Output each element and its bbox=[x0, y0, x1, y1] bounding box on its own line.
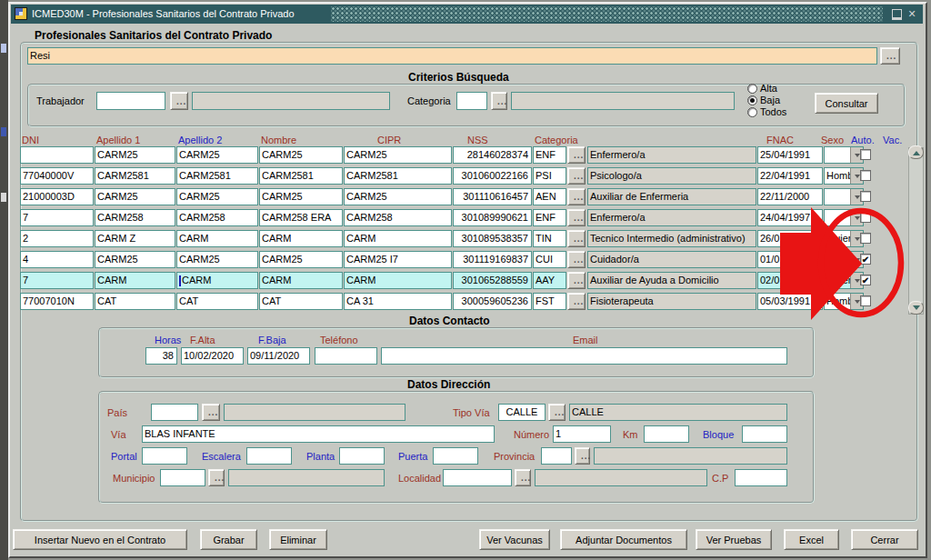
cell-cat[interactable]: CUI bbox=[533, 251, 566, 268]
cell-apellido2[interactable]: CARM25 bbox=[176, 146, 258, 164]
cell-dni[interactable]: 77007010N bbox=[20, 293, 94, 310]
email-field[interactable] bbox=[381, 347, 787, 365]
scroll-up-button[interactable] bbox=[908, 145, 924, 159]
cell-apellido1[interactable]: CARM2581 bbox=[95, 167, 175, 185]
cell-apellido2[interactable]: CARM bbox=[176, 272, 258, 289]
cell-nombre[interactable]: CARM bbox=[259, 230, 343, 247]
attach-documents-button[interactable]: Adjuntar Documentos bbox=[560, 529, 687, 550]
localidad-field[interactable] bbox=[443, 469, 512, 486]
scroll-down-button[interactable] bbox=[908, 301, 924, 315]
cell-dni[interactable]: 77040000V bbox=[20, 167, 94, 185]
view-tests-button[interactable]: Ver Pruebas bbox=[696, 529, 772, 550]
tipovia-field[interactable]: CALLE bbox=[498, 404, 546, 421]
cell-apellido2[interactable]: CARM25 bbox=[176, 251, 258, 268]
cell-nss[interactable]: 301060022166 bbox=[453, 167, 532, 185]
insert-new-button[interactable]: Insertar Nuevo en el Contrato bbox=[13, 529, 187, 550]
close-button[interactable]: Cerrar bbox=[851, 529, 918, 550]
cell-cipr[interactable]: CARM25 bbox=[344, 146, 452, 164]
cell-apellido1[interactable]: CARM bbox=[95, 272, 175, 289]
cell-fnac[interactable]: 25/04/1991 bbox=[757, 146, 823, 164]
pais-field[interactable] bbox=[151, 404, 198, 421]
portal-field[interactable] bbox=[142, 447, 187, 465]
categoria-row-browse-button[interactable]: ... bbox=[567, 167, 586, 185]
localidad-browse-button[interactable]: ... bbox=[515, 469, 531, 486]
cell-sexo[interactable]: Hombre bbox=[824, 167, 864, 185]
cell-sexo[interactable] bbox=[824, 209, 864, 226]
cell-nss[interactable]: 301119169837 bbox=[453, 251, 532, 268]
provincia-browse-button[interactable]: ... bbox=[575, 447, 590, 465]
cell-nss[interactable]: 301065288559 bbox=[453, 272, 532, 289]
cell-fnac[interactable]: 24/04/1997 bbox=[757, 209, 823, 226]
cell-dni[interactable]: 4 bbox=[20, 251, 94, 268]
cell-cipr[interactable]: CARM2581 bbox=[344, 167, 452, 185]
telefono-field[interactable] bbox=[315, 347, 377, 365]
fbaja-field[interactable]: 09/11/2020 bbox=[247, 347, 310, 365]
cell-cat[interactable]: TIN bbox=[533, 230, 566, 247]
cell-cipr[interactable]: CARM25 bbox=[344, 188, 452, 205]
cell-fnac[interactable]: 26/0 bbox=[757, 230, 823, 247]
cell-cipr[interactable]: CARM25 I7 bbox=[344, 251, 452, 268]
cell-cipr[interactable]: CARM bbox=[344, 230, 452, 247]
auto-checkbox[interactable] bbox=[860, 191, 871, 202]
cell-fnac[interactable]: 22/11/2000 bbox=[757, 188, 823, 205]
cell-cat[interactable]: ENF bbox=[533, 146, 566, 164]
cell-dni[interactable]: 7 bbox=[20, 272, 94, 289]
cell-cat[interactable]: AAY bbox=[533, 272, 566, 289]
cell-apellido2[interactable]: CARM2581 bbox=[176, 167, 258, 185]
cell-sexo[interactable]: Hombre bbox=[824, 293, 864, 310]
cell-apellido2[interactable]: CARM bbox=[176, 230, 258, 247]
municipio-browse-button[interactable]: ... bbox=[208, 469, 225, 486]
categoria-row-browse-button[interactable]: ... bbox=[567, 251, 586, 268]
cell-sexo[interactable]: Mujer bbox=[824, 230, 864, 247]
cell-cipr[interactable]: CA 31 bbox=[344, 293, 452, 310]
cell-apellido1[interactable]: CARM25 bbox=[95, 251, 175, 268]
categoria-row-browse-button[interactable]: ... bbox=[567, 209, 586, 226]
bloque-field[interactable] bbox=[742, 425, 787, 443]
cell-cipr[interactable]: CARM258 bbox=[344, 209, 452, 226]
save-button[interactable]: Grabar bbox=[200, 529, 257, 550]
cell-nss[interactable]: 301110616457 bbox=[453, 188, 532, 205]
cell-nombre[interactable]: CARM bbox=[259, 272, 343, 289]
cell-dni[interactable]: 7 bbox=[20, 209, 94, 226]
cell-apellido2[interactable]: CARM258 bbox=[176, 209, 258, 226]
cell-apellido1[interactable]: CARM25 bbox=[95, 188, 175, 205]
cell-apellido2[interactable]: CAT bbox=[176, 293, 258, 310]
tipovia-browse-button[interactable]: ... bbox=[548, 404, 566, 421]
cell-apellido1[interactable]: CAT bbox=[95, 293, 175, 310]
cell-nss[interactable]: 28146028374 bbox=[453, 146, 532, 164]
auto-checkbox[interactable]: ✔ bbox=[860, 254, 871, 265]
cell-fnac[interactable]: 02/0 bbox=[757, 272, 823, 289]
cell-apellido1[interactable]: CARM Z bbox=[95, 230, 175, 247]
municipio-field[interactable] bbox=[160, 469, 205, 486]
cell-fnac[interactable]: 05/03/1991 bbox=[757, 293, 823, 310]
cell-nombre[interactable]: CARM25 bbox=[259, 188, 343, 205]
auto-checkbox[interactable] bbox=[860, 233, 871, 244]
auto-checkbox[interactable]: ✔ bbox=[860, 275, 871, 285]
auto-checkbox[interactable] bbox=[860, 212, 871, 223]
cell-cat[interactable]: FST bbox=[533, 293, 566, 310]
auto-checkbox[interactable] bbox=[860, 149, 871, 160]
cell-sexo[interactable] bbox=[824, 251, 864, 268]
categoria-row-browse-button[interactable]: ... bbox=[567, 146, 586, 164]
cell-nombre[interactable]: CARM2581 bbox=[259, 167, 343, 185]
horas-field[interactable]: 38 bbox=[145, 347, 177, 365]
falta-field[interactable]: 10/02/2020 bbox=[181, 347, 244, 365]
km-field[interactable] bbox=[644, 425, 689, 443]
escalera-field[interactable] bbox=[246, 447, 292, 465]
cell-dni[interactable]: 21000003D bbox=[20, 188, 94, 205]
cell-dni[interactable]: 2 bbox=[20, 230, 94, 247]
puerta-field[interactable] bbox=[433, 447, 478, 465]
cell-nombre[interactable]: CARM258 ERA bbox=[259, 209, 343, 226]
cell-fnac[interactable]: 01/0 bbox=[757, 251, 823, 268]
cell-cipr[interactable]: CARM bbox=[344, 272, 452, 289]
categoria-row-browse-button[interactable]: ... bbox=[567, 230, 586, 247]
planta-field[interactable] bbox=[339, 447, 385, 465]
cell-apellido2[interactable]: CARM25 bbox=[176, 188, 258, 205]
cell-sexo[interactable] bbox=[824, 146, 864, 164]
delete-button[interactable]: Eliminar bbox=[269, 529, 327, 550]
cell-nombre[interactable]: CARM25 bbox=[259, 251, 343, 268]
cell-dni[interactable] bbox=[20, 146, 94, 164]
cell-nombre[interactable]: CARM25 bbox=[259, 146, 343, 164]
cell-cat[interactable]: PSI bbox=[533, 167, 566, 185]
categoria-row-browse-button[interactable]: ... bbox=[567, 293, 586, 310]
